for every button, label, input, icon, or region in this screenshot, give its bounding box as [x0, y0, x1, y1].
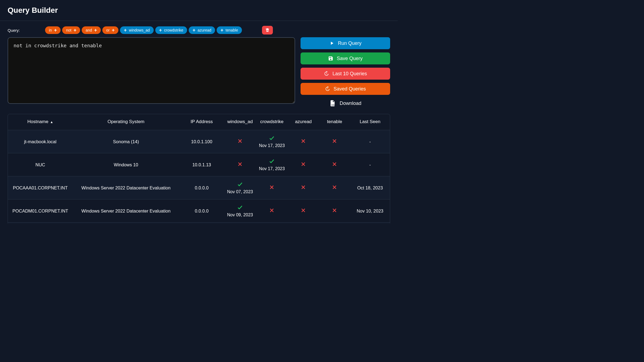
- ip-cell: 0.0.0.0: [179, 176, 224, 199]
- query-label: Query:: [8, 28, 43, 33]
- column-header-hostname[interactable]: Hostname▲: [8, 114, 73, 130]
- hostname-cell: POCADM02.CORPNET.INT: [8, 223, 73, 224]
- plus-icon: +: [192, 28, 195, 33]
- status-date: Nov 07, 2023: [227, 189, 253, 194]
- status-cell: [224, 153, 256, 176]
- chip-label: crowdstrike: [164, 28, 183, 32]
- table-row[interactable]: POCADM02.CORPNET.INTWindows Server 2022 …: [8, 223, 390, 224]
- plus-icon: +: [112, 28, 115, 33]
- check-icon: [237, 204, 243, 211]
- run-query-button[interactable]: Run Query: [301, 37, 390, 49]
- check-icon: [269, 135, 275, 142]
- play-icon: [329, 40, 334, 46]
- status-cell: [256, 199, 288, 223]
- svg-text:CSV: CSV: [331, 104, 335, 106]
- column-header-last-seen[interactable]: Last Seen: [350, 114, 390, 130]
- column-header-operating-system[interactable]: Operating System: [73, 114, 179, 130]
- last-seen-cell: Oct 18, 2023: [350, 176, 390, 199]
- hostname-cell: NUC: [8, 153, 73, 176]
- cross-icon: [301, 185, 306, 191]
- status-date: Nov 17, 2023: [259, 143, 285, 148]
- history-icon: [325, 86, 330, 92]
- plus-icon: +: [159, 28, 162, 33]
- operator-chip-and[interactable]: and+: [82, 26, 101, 34]
- column-header-crowdstrike[interactable]: crowdstrike: [256, 114, 288, 130]
- os-cell: Sonoma (14): [73, 130, 179, 153]
- history-icon: [324, 71, 329, 76]
- status-cell: Nov 17, 2023: [256, 130, 288, 153]
- hostname-cell: jt-macbook.local: [8, 130, 73, 153]
- status-cell: [256, 223, 288, 224]
- status-cell: [288, 223, 319, 224]
- plus-icon: +: [54, 28, 57, 33]
- column-header-ip-address[interactable]: IP Address: [179, 114, 224, 130]
- save-query-button[interactable]: Save Query: [301, 52, 390, 64]
- sort-caret-icon: ▲: [50, 120, 53, 124]
- cross-icon: [301, 161, 306, 168]
- status-cell: [288, 199, 319, 223]
- last-seen-cell: -: [350, 153, 390, 176]
- source-chip-windows_ad[interactable]: windows_ad+: [120, 26, 154, 34]
- plus-icon: +: [124, 28, 127, 33]
- chip-label: in: [49, 28, 52, 32]
- last-queries-button[interactable]: Last 10 Queries: [301, 68, 390, 80]
- column-header-azuread[interactable]: azuread: [288, 114, 319, 130]
- save-icon: [328, 56, 333, 61]
- run-query-label: Run Query: [338, 40, 361, 46]
- table-row[interactable]: jt-macbook.localSonoma (14)10.0.1.100Nov…: [8, 130, 390, 153]
- saved-queries-label: Saved Queries: [333, 86, 366, 92]
- operator-chip-not[interactable]: not+: [62, 26, 80, 34]
- status-cell: Nov 17, 2023: [256, 153, 288, 176]
- plus-icon: +: [94, 28, 97, 33]
- last-queries-label: Last 10 Queries: [332, 71, 367, 77]
- check-icon: [237, 181, 243, 188]
- plus-icon: +: [74, 28, 77, 33]
- table-row[interactable]: POCAAA01.CORPNET.INTWindows Server 2022 …: [8, 176, 390, 199]
- clear-query-button[interactable]: [262, 26, 273, 35]
- os-cell: Windows Server 2022 Datacenter Evaluatio…: [73, 223, 179, 224]
- chip-label: and: [86, 28, 92, 32]
- action-panel: Run Query Save Query Last 10 Queries Sav…: [301, 37, 390, 107]
- status-cell: [319, 153, 350, 176]
- last-seen-cell: Nov 10, 2023: [350, 199, 390, 223]
- operator-chip-in[interactable]: in+: [45, 26, 61, 34]
- download-button[interactable]: CSV Download: [301, 100, 390, 107]
- plus-icon: +: [220, 28, 223, 33]
- query-textarea[interactable]: [8, 37, 295, 104]
- status-date: Nov 09, 2023: [227, 213, 253, 217]
- cross-icon: [237, 138, 243, 145]
- status-cell: [319, 176, 350, 199]
- chip-label: tenable: [226, 28, 238, 32]
- status-cell: [319, 223, 350, 224]
- chip-label: or: [106, 28, 109, 32]
- cross-icon: [301, 138, 306, 145]
- ip-cell: 0.0.0.0: [179, 223, 224, 224]
- column-header-windows_ad[interactable]: windows_ad: [224, 114, 256, 130]
- os-cell: Windows 10: [73, 153, 179, 176]
- chip-label: azuread: [198, 28, 211, 32]
- table-row[interactable]: POCADM01.CORPNET.INTWindows Server 2022 …: [8, 199, 390, 223]
- status-cell: Nov 07, 2023: [224, 176, 256, 199]
- status-cell: [224, 130, 256, 153]
- cross-icon: [301, 208, 306, 214]
- operator-chip-or[interactable]: or+: [102, 26, 118, 34]
- saved-queries-button[interactable]: Saved Queries: [301, 83, 390, 95]
- table-row[interactable]: NUCWindows 1010.0.1.13Nov 17, 2023-: [8, 153, 390, 176]
- status-date: Nov 17, 2023: [259, 166, 285, 171]
- source-chip-azuread[interactable]: azuread+: [189, 26, 215, 34]
- status-cell: [319, 199, 350, 223]
- last-seen-cell: -: [350, 130, 390, 153]
- save-query-label: Save Query: [337, 56, 362, 61]
- ip-cell: 10.0.1.13: [179, 153, 224, 176]
- status-cell: [256, 176, 288, 199]
- page-header: Query Builder: [0, 0, 398, 21]
- ip-cell: 0.0.0.0: [179, 199, 224, 223]
- source-chip-tenable[interactable]: tenable+: [217, 26, 242, 34]
- cross-icon: [269, 208, 274, 214]
- csv-file-icon: CSV: [329, 100, 336, 107]
- status-cell: [288, 176, 319, 199]
- source-chip-crowdstrike[interactable]: crowdstrike+: [155, 26, 187, 34]
- check-icon: [269, 158, 275, 165]
- status-cell: [319, 130, 350, 153]
- column-header-tenable[interactable]: tenable: [319, 114, 350, 130]
